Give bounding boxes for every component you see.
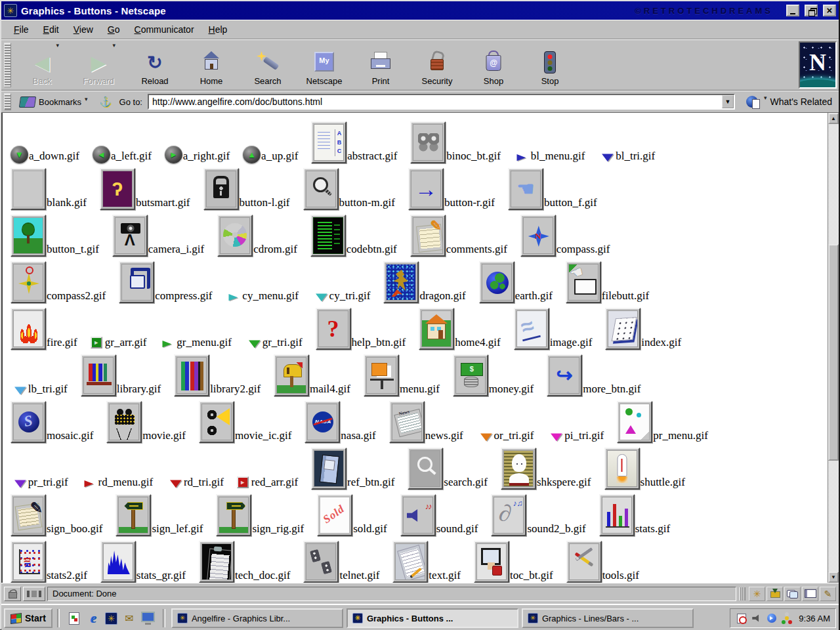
tray-volume-icon[interactable]	[751, 613, 762, 624]
toolbar-grip[interactable]	[4, 43, 11, 87]
toolbar-button-back[interactable]: ▾Back	[14, 41, 70, 89]
gif-item: comments.gif	[410, 215, 507, 257]
menu-file[interactable]: File	[7, 21, 36, 38]
quicklaunch-netscape-icon[interactable]	[105, 612, 117, 625]
netscape-spider-icon[interactable]	[4, 4, 17, 17]
gif-item: sign_boo.gif	[10, 494, 102, 536]
address-book-icon[interactable]	[802, 587, 818, 601]
componentbar-grip[interactable]	[740, 587, 746, 600]
toolbar-button-shop[interactable]: Shop	[465, 41, 522, 89]
tray-buddy-icon[interactable]	[781, 613, 792, 624]
gif-filename: a_up.gif	[261, 150, 298, 163]
scrollbar-track[interactable]	[828, 124, 839, 572]
menu-communicator[interactable]: Communicator	[127, 21, 201, 38]
gif-filename: binoc_bt.gif	[446, 150, 501, 163]
gif-filename: a_down.gif	[29, 150, 79, 163]
toolbar-button-search[interactable]: Search	[240, 41, 296, 89]
vertical-scrollbar[interactable]: ▲ ▼	[828, 113, 839, 583]
url-dropdown-button[interactable]: ▼	[722, 95, 734, 108]
gif-item: ◄a_left.gif	[93, 146, 152, 163]
back-arrow-icon	[14, 51, 70, 74]
quicklaunch-mail-icon[interactable]	[122, 611, 136, 625]
gif-filename: rd_menu.gif	[98, 476, 154, 489]
toolbar-button-print[interactable]: Print	[352, 41, 409, 89]
rd-menu-gif-icon: ►	[81, 479, 96, 488]
tray-player-icon[interactable]	[766, 613, 777, 624]
start-button[interactable]: Start	[4, 608, 52, 628]
play-arrow-icon: ►	[93, 340, 99, 346]
bookmarks-button[interactable]: Bookmarks ▾	[17, 95, 91, 109]
toolbar-button-forward[interactable]: ▾Forward	[70, 41, 127, 89]
image-gif-icon	[514, 308, 549, 350]
gif-item: mail4.gif	[274, 354, 350, 396]
gif-filename: gr_tri.gif	[262, 336, 303, 349]
tray-scheduler-icon[interactable]	[736, 613, 747, 624]
gif-filename: red_arr.gif	[251, 476, 298, 489]
search-art	[410, 450, 440, 487]
toolbar-button-home[interactable]: Home	[183, 41, 240, 89]
taskbar-task-graphics-buttons-[interactable]: Graphics - Buttons ...	[346, 608, 518, 628]
discussions-icon[interactable]	[784, 587, 801, 601]
navigation-toolbar: ▾Back▾ForwardReloadHomeSearchNetscapePri…	[1, 39, 839, 91]
composer-icon[interactable]	[820, 587, 836, 601]
minimize-button[interactable]	[786, 5, 799, 16]
location-icon[interactable]	[99, 95, 112, 108]
gif-filename: pr_tri.gif	[28, 476, 68, 489]
navigator-icon[interactable]	[749, 587, 765, 601]
sign-boo-gif-icon	[10, 494, 46, 536]
url-field-wrap: ▼	[148, 94, 735, 110]
url-input[interactable]	[149, 95, 722, 108]
connection-indicator[interactable]	[23, 587, 45, 601]
bl-menu-gif-icon: ►	[514, 153, 529, 162]
gif-item: sign_lef.gif	[116, 494, 203, 536]
toolbar-button-netscape[interactable]: Netscape	[296, 41, 352, 89]
gif-filename: sign_boo.gif	[47, 522, 102, 536]
menu-view[interactable]: View	[66, 21, 100, 38]
close-button[interactable]	[823, 5, 836, 16]
taskbar-task-graphics-lines-bars-[interactable]: Graphics - Lines/Bars - ...	[522, 608, 694, 628]
gif-item: button-l.gif	[203, 168, 290, 210]
toolbar-button-security[interactable]: Security	[409, 41, 465, 89]
gif-item: shuttle.gif	[604, 448, 685, 490]
gif-filename: or_tri.gif	[494, 429, 534, 442]
quicklaunch-show-desktop-icon[interactable]	[141, 611, 156, 625]
whats-related-label: What's Related	[770, 96, 833, 107]
netscape-n-logo[interactable]	[799, 41, 837, 89]
gif-filename: button_t.gif	[47, 243, 99, 256]
gif-row: fire.gif►gr_arr.gif►gr_menu.gif▼gr_tri.g…	[7, 303, 828, 350]
taskbar-task-angelfire-graphics-libr-[interactable]: Angelfire - Graphics Libr...	[171, 608, 343, 628]
restore-button[interactable]	[805, 5, 818, 16]
toolbar-button-reload[interactable]: Reload	[127, 41, 183, 89]
whats-related-button[interactable]: ▾ What's Related	[738, 94, 833, 109]
image-art	[516, 310, 547, 347]
print-icon	[352, 51, 409, 74]
dragon-gif-icon	[383, 261, 419, 303]
stats-gr-gif-icon	[100, 541, 136, 583]
menu-go[interactable]: Go	[100, 21, 127, 38]
gif-item: tech_doc.gif	[199, 541, 291, 583]
gif-filename: image.gif	[550, 336, 593, 349]
quicklaunch-document-icon[interactable]	[67, 611, 81, 625]
search-flashlight-icon	[240, 51, 296, 74]
comments-gif-icon	[410, 215, 446, 257]
text-gif-icon	[392, 541, 428, 583]
scrollbar-down-button[interactable]: ▼	[828, 572, 839, 583]
locationbar-grip[interactable]	[4, 93, 11, 110]
home4-gif-icon	[419, 308, 454, 350]
scrollbar-thumb[interactable]	[828, 244, 839, 461]
toolbar-button-label: Reload	[141, 76, 168, 86]
menu-edit[interactable]: Edit	[36, 21, 66, 38]
toolbar-button-stop[interactable]: Stop	[522, 41, 578, 89]
menu-help[interactable]: Help	[201, 21, 235, 38]
task-label: Angelfire - Graphics Libr...	[192, 614, 290, 623]
quicklaunch-internet-explorer-icon[interactable]	[86, 611, 100, 625]
taskbar-clock[interactable]: 9:36 AM	[799, 614, 830, 623]
inbox-icon[interactable]	[766, 587, 783, 601]
gif-item: text.gif	[392, 541, 461, 583]
security-indicator[interactable]	[4, 587, 21, 601]
shuttle-art	[607, 450, 637, 487]
scrollbar-up-button[interactable]: ▲	[828, 113, 839, 124]
gr-menu-gif-icon: ►	[159, 339, 175, 348]
gif-filename: pi_tri.gif	[564, 429, 604, 442]
gif-item: news.gif	[389, 401, 463, 443]
